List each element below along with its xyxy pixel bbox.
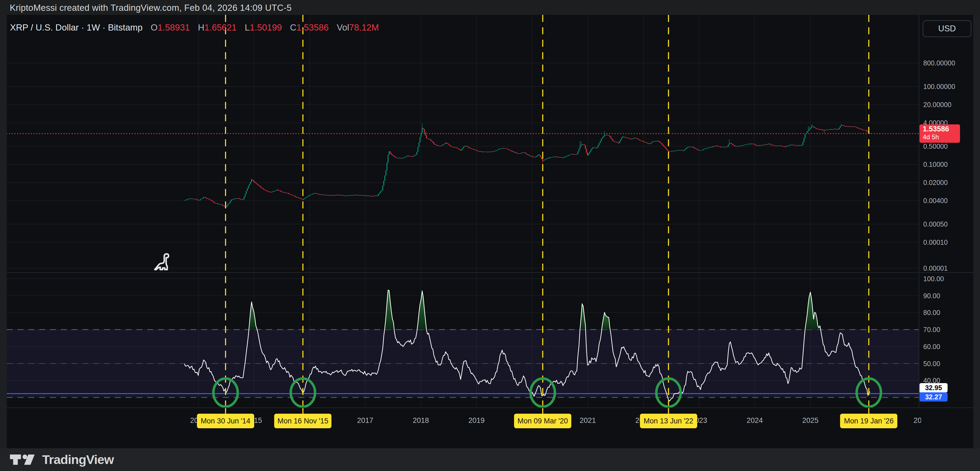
rsi-alert-level-badge: 32.27	[920, 392, 948, 402]
footer-bar: TradingView	[0, 448, 980, 471]
tradingview-logo-text: TradingView	[42, 452, 114, 467]
currency-toggle-button[interactable]: USD	[923, 20, 971, 37]
attribution-bar: KriptoMessi created with TradingView.com…	[0, 0, 980, 15]
candlestick-series	[184, 125, 870, 208]
chart-canvas[interactable]	[7, 15, 973, 448]
high-value: 1.65621	[204, 22, 237, 32]
current-price-value: 1.53586	[923, 125, 960, 134]
low-label: L	[245, 22, 250, 32]
rsi-value-badge: 32.95	[920, 383, 948, 392]
event-date-label[interactable]: Mon 09 Mar '20	[514, 414, 571, 428]
tradingview-screenshot: KriptoMessi created with TradingView.com…	[0, 0, 980, 471]
open-value: 1.58931	[158, 22, 190, 32]
price-axis-label: 100.00000	[923, 83, 955, 91]
year-label-2025: 2025	[794, 417, 827, 425]
time-axis[interactable]: 2014201520162017201820192020202120222023…	[7, 408, 921, 448]
close-label: C	[290, 22, 297, 32]
event-date-label[interactable]: Mon 16 Nov '15	[274, 414, 331, 428]
event-date-label[interactable]: Mon 30 Jun '14	[197, 414, 254, 428]
low-value: 1.50199	[250, 22, 282, 32]
price-axis-label: 0.10000	[923, 161, 948, 168]
event-date-label[interactable]: Mon 19 Jan '26	[840, 414, 897, 428]
year-label-2017: 2017	[349, 417, 382, 425]
rsi-axis-label: 60.00	[923, 343, 940, 350]
tradingview-logo[interactable]: TradingView	[10, 452, 114, 467]
rsi-axis-label: 70.00	[923, 326, 940, 334]
price-axis-label: 0.50000	[923, 142, 948, 150]
rsi-axis-label: 100.00	[923, 275, 944, 283]
close-value: 1.53586	[296, 22, 328, 32]
symbol-legend[interactable]: XRP / U.S. Dollar · 1W · BitstampO1.5893…	[10, 22, 379, 33]
price-axis-label: 20.00000	[923, 101, 951, 109]
volume-value: 78.12M	[349, 22, 379, 32]
year-label-2024: 2024	[738, 417, 771, 425]
chart-region[interactable]: XRP / U.S. Dollar · 1W · BitstampO1.5893…	[7, 15, 973, 448]
rsi-overbought-fill	[417, 291, 426, 330]
rsi-axis-label: 50.00	[923, 359, 940, 367]
high-label: H	[198, 22, 204, 32]
year-label-2021: 2021	[571, 417, 604, 425]
symbol-title[interactable]: XRP / U.S. Dollar · 1W · Bitstamp	[10, 22, 143, 32]
year-label-2018: 2018	[405, 417, 437, 425]
event-date-label[interactable]: Mon 13 Jun '22	[640, 414, 697, 428]
rsi-axis-label: 90.00	[923, 292, 940, 300]
volume-label: Vol	[337, 22, 349, 32]
price-axis-label: 0.00400	[923, 197, 948, 205]
bar-countdown: 4d 5h	[923, 133, 960, 141]
open-label: O	[151, 22, 158, 32]
price-axis-label: 800.00000	[923, 59, 955, 67]
tradingview-logo-icon	[10, 453, 38, 466]
price-axis-label: 0.02000	[923, 179, 948, 187]
price-axis-label: 0.00050	[923, 220, 948, 228]
year-label-2027: 2027	[905, 417, 921, 425]
dinosaur-sticker[interactable]	[155, 254, 169, 270]
year-label-2019: 2019	[460, 417, 493, 425]
attribution-text: KriptoMessi created with TradingView.com…	[10, 0, 291, 15]
price-axis-label: 0.00010	[923, 238, 948, 246]
current-price-badge: 1.53586 4d 5h	[920, 125, 960, 143]
price-axis-label: 0.00001	[923, 264, 948, 272]
rsi-axis-label: 80.00	[923, 309, 940, 317]
